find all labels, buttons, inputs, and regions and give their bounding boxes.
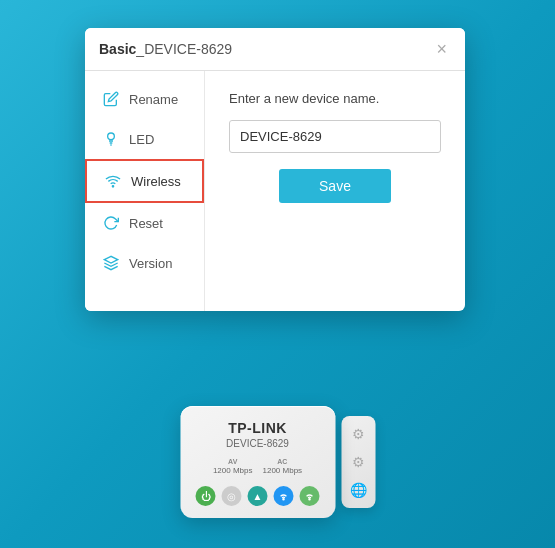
av-speed: AV 1200 Mbps <box>213 457 253 476</box>
device-illustration: TP-LINK DEVICE-8629 AV 1200 Mbps AC 1200… <box>180 406 375 518</box>
edit-icon <box>101 91 121 107</box>
save-button[interactable]: Save <box>279 169 391 203</box>
bulb-icon <box>101 131 121 147</box>
link-icon <box>300 486 320 506</box>
sidebar-item-led[interactable]: LED <box>85 119 204 159</box>
svg-point-0 <box>108 133 115 140</box>
sidebar-item-reset[interactable]: Reset <box>85 203 204 243</box>
device-brand: TP-LINK <box>192 420 323 436</box>
device-name-label: DEVICE-8629 <box>192 438 323 449</box>
sidebar-label-reset: Reset <box>129 216 163 231</box>
sidebar-label-wireless: Wireless <box>131 174 181 189</box>
dialog-titlebar: Basic_DEVICE-8629 × <box>85 28 465 71</box>
layers-icon <box>101 255 121 271</box>
sidebar-item-version[interactable]: Version <box>85 243 204 283</box>
power-icon: ⏻ <box>196 486 216 506</box>
up-icon: ▲ <box>248 486 268 506</box>
wifi-status-icon <box>274 486 294 506</box>
svg-point-1 <box>112 186 113 187</box>
signal-icon: ◎ <box>222 486 242 506</box>
tools-icon: ⚙ <box>352 454 365 470</box>
device-body: TP-LINK DEVICE-8629 AV 1200 Mbps AC 1200… <box>180 406 335 518</box>
svg-point-3 <box>283 499 284 500</box>
refresh-icon <box>101 215 121 231</box>
sidebar-label-version: Version <box>129 256 172 271</box>
device-speeds: AV 1200 Mbps AC 1200 Mbps <box>192 457 323 476</box>
title-basic: Basic <box>99 41 136 57</box>
wifi-icon <box>103 173 123 189</box>
sidebar-label-led: LED <box>129 132 154 147</box>
ac-speed: AC 1200 Mbps <box>263 457 303 476</box>
sidebar-item-rename[interactable]: Rename <box>85 79 204 119</box>
device-side-panel: ⚙ ⚙ 🌐 <box>341 416 375 508</box>
sidebar: Rename LED <box>85 71 205 311</box>
title-device: _DEVICE-8629 <box>136 41 232 57</box>
sidebar-label-rename: Rename <box>129 92 178 107</box>
dialog-body: Rename LED <box>85 71 465 311</box>
close-button[interactable]: × <box>432 38 451 60</box>
sidebar-item-wireless[interactable]: Wireless <box>85 159 204 203</box>
svg-marker-2 <box>104 256 117 263</box>
prompt-text: Enter a new device name. <box>229 91 441 106</box>
globe-icon: 🌐 <box>350 482 367 498</box>
device-name-input[interactable] <box>229 120 441 153</box>
settings-icon: ⚙ <box>352 426 365 442</box>
dialog-title: Basic_DEVICE-8629 <box>99 41 232 57</box>
svg-point-4 <box>309 499 310 500</box>
dialog-window: Basic_DEVICE-8629 × Rename <box>85 28 465 311</box>
device-status-icons: ⏻ ◎ ▲ <box>192 486 323 506</box>
main-content: Enter a new device name. Save <box>205 71 465 311</box>
